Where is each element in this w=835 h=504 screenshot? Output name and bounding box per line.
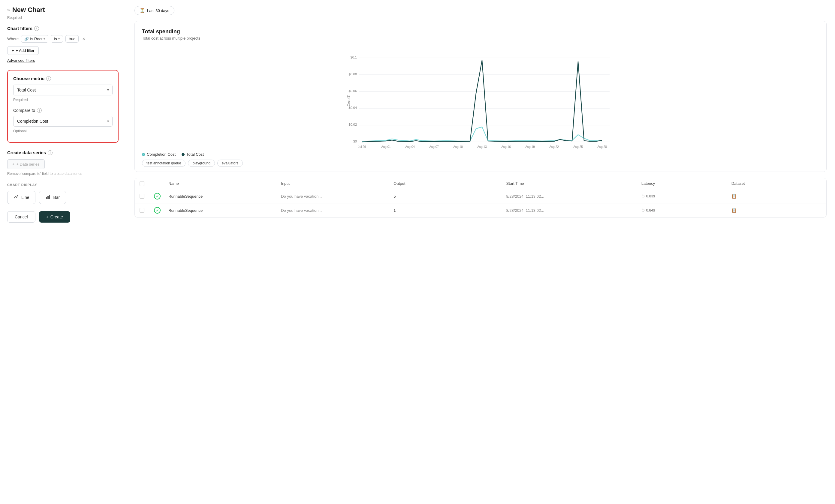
data-series-plus-icon: +	[12, 162, 15, 167]
metric-info-icon[interactable]: i	[46, 76, 51, 81]
row2-checkbox[interactable]	[140, 208, 154, 213]
chart-type-line-label: Line	[21, 195, 29, 200]
svg-text:Aug 28: Aug 28	[597, 145, 607, 148]
col-output: Output	[393, 181, 506, 186]
legend-dot-total	[182, 153, 185, 156]
create-button[interactable]: + Create	[39, 211, 70, 223]
svg-text:Aug 22: Aug 22	[549, 145, 559, 148]
clock-icon: ⏱	[641, 194, 645, 198]
compare-select[interactable]: Completion Cost Prompt Cost Total Cost N…	[13, 116, 113, 127]
filter-field-chevron: ▾	[43, 37, 45, 41]
advanced-filters-link[interactable]: Advanced filters	[7, 58, 35, 63]
cancel-button[interactable]: Cancel	[7, 211, 36, 223]
svg-text:Cost ($): Cost ($)	[347, 94, 350, 106]
bar-chart-icon	[45, 194, 51, 201]
legend-completion: Completion Cost	[142, 152, 176, 156]
svg-text:$0.02: $0.02	[348, 123, 357, 126]
svg-rect-0	[46, 197, 47, 199]
chart-area: $0 $0.02 $0.04 $0.06 $0.08 $0.1 Cost ($)	[142, 46, 819, 148]
chart-title: Total spending	[142, 28, 819, 35]
table-row: ✓ RunnableSequence Do you have vacation.…	[135, 204, 826, 217]
where-label: Where	[7, 37, 19, 41]
legend-total: Total Cost	[182, 152, 204, 156]
remove-filter-button[interactable]: ×	[81, 36, 86, 42]
add-filter-icon: +	[12, 48, 14, 53]
filter-operator-chip[interactable]: is ▾	[51, 35, 63, 43]
row1-dataset: 📋	[731, 194, 821, 198]
chart-subtitle: Total cost across multiple projects	[142, 36, 819, 41]
col-name: Name	[168, 181, 281, 186]
row2-start-time: 8/28/2024, 11:13:02...	[506, 208, 641, 213]
filter-operator-chevron: ▾	[58, 37, 60, 41]
svg-text:$0: $0	[353, 140, 357, 143]
filter-field-chip[interactable]: 🔗 Is Root ▾	[21, 35, 48, 43]
svg-text:Aug 07: Aug 07	[429, 145, 439, 148]
create-label: Create	[50, 214, 63, 219]
data-series-btn-label: + Data series	[17, 162, 40, 167]
svg-text:Aug 25: Aug 25	[573, 145, 583, 148]
row1-start-time: 8/28/2024, 11:13:02...	[506, 194, 641, 198]
filter-value-chip: true	[65, 35, 79, 43]
chart-display-title: CHART DISPLAY	[7, 183, 119, 187]
metric-select[interactable]: Total Cost Completion Cost Prompt Cost R…	[13, 85, 113, 96]
chart-display-section: CHART DISPLAY Line	[7, 183, 119, 204]
col-latency: Latency	[641, 181, 731, 186]
compare-info-icon[interactable]: i	[37, 108, 42, 113]
row1-name: RunnableSequence	[168, 194, 281, 198]
svg-text:Jul 29: Jul 29	[358, 145, 366, 148]
col-input: Input	[281, 181, 393, 186]
svg-text:Aug 10: Aug 10	[453, 145, 463, 148]
dataset-icon-2: 📋	[731, 208, 736, 213]
compare-select-wrapper: Completion Cost Prompt Cost Total Cost N…	[13, 116, 113, 127]
breadcrumb-chevron: »	[7, 7, 10, 13]
row2-name: RunnableSequence	[168, 208, 281, 213]
clock-icon-2: ⏱	[641, 208, 645, 212]
row1-latency-value: 0.83s	[646, 194, 655, 198]
compare-to-label: Compare to i	[13, 108, 113, 113]
row2-dataset: 📋	[731, 208, 821, 213]
tag-playground[interactable]: playground	[188, 160, 215, 167]
chart-legend: Completion Cost Total Cost	[142, 152, 819, 156]
date-filter-label: Last 30 days	[147, 8, 169, 13]
right-panel: ⏳ Last 30 days Total spending Total cost…	[126, 0, 835, 504]
svg-text:Aug 13: Aug 13	[477, 145, 487, 148]
dataset-icon: 📋	[731, 194, 736, 198]
svg-text:Aug 19: Aug 19	[525, 145, 535, 148]
chart-filters-info-icon[interactable]: i	[34, 26, 39, 31]
chart-type-bar-label: Bar	[53, 195, 60, 200]
row1-output: 5	[393, 194, 506, 198]
row1-checkbox[interactable]	[140, 194, 154, 198]
chart-type-line-button[interactable]: Line	[7, 191, 36, 204]
legend-completion-label: Completion Cost	[147, 152, 176, 156]
row1-status-icon: ✓	[154, 193, 161, 200]
svg-text:$0.08: $0.08	[348, 72, 357, 76]
table-header: Name Input Output Start Time Latency Dat…	[135, 178, 826, 189]
data-series-header: Create data series i	[7, 150, 119, 155]
data-table: Name Input Output Start Time Latency Dat…	[135, 178, 827, 217]
col-checkbox	[140, 181, 154, 186]
bottom-buttons: Cancel + Create	[7, 211, 119, 223]
compare-optional-label: Optional	[13, 129, 113, 133]
table-row: ✓ RunnableSequence Do you have vacation.…	[135, 189, 826, 204]
col-start-time: Start Time	[506, 181, 641, 186]
link-icon: 🔗	[24, 37, 29, 41]
chart-type-row: Line Bar	[7, 191, 119, 204]
add-filter-label: + Add filter	[16, 48, 35, 53]
header-checkbox[interactable]	[140, 181, 144, 186]
row1-input: Do you have vacation...	[281, 194, 393, 198]
tag-test-annotation-queue[interactable]: test annotation queue	[142, 160, 185, 167]
legend-total-label: Total Cost	[186, 152, 204, 156]
tag-evaluators[interactable]: evaluators	[217, 160, 243, 167]
col-dataset: Dataset	[731, 181, 821, 186]
chart-type-bar-button[interactable]: Bar	[39, 191, 66, 204]
date-filter-pill[interactable]: ⏳ Last 30 days	[135, 6, 175, 15]
line-chart-icon	[14, 194, 19, 201]
add-filter-button[interactable]: + + Add filter	[7, 46, 39, 55]
data-series-info-icon[interactable]: i	[48, 150, 53, 155]
data-series-section: Create data series i + + Data series Rem…	[7, 150, 119, 176]
filter-operator-label: is	[54, 37, 57, 41]
create-plus-icon: +	[46, 214, 48, 219]
row2-output: 1	[393, 208, 506, 213]
row2-latency: ⏱ 0.84s	[641, 208, 731, 212]
choose-metric-header: Choose metric i	[13, 76, 113, 81]
